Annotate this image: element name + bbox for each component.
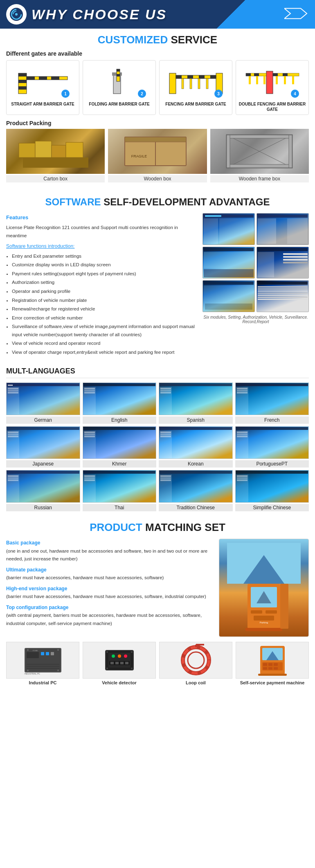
- hw-item-payment-machine: Self-service payment machine: [236, 642, 309, 685]
- func-8: Error correction of vehicle number: [12, 314, 198, 322]
- lang-item-japanese: Japanese: [6, 426, 80, 468]
- gate-label-1: STRAIGHT ARM BARRIER GATE: [8, 101, 77, 107]
- svg-rect-118: [268, 667, 272, 670]
- svg-point-103: [106, 668, 108, 669]
- svg-rect-4: [18, 73, 27, 76]
- packing-photo-frame: [210, 129, 309, 174]
- svg-rect-62: [227, 135, 230, 168]
- hw-img-industrial-pc: 6*USB INDUSTRIAL PC: [6, 642, 79, 679]
- lang-label-russian: Russian: [6, 504, 80, 511]
- func-1: Entry and Exit parameter settings: [12, 252, 198, 261]
- gate-label-4: DOUBLE FENCING ARM BARRIER GATE: [238, 101, 307, 112]
- packing-item-frame: Wooden frame box: [210, 129, 309, 182]
- svg-text:2: 2: [141, 92, 143, 96]
- gate-label-3: FENCING ARM BARRIER GATE: [161, 101, 230, 107]
- machine-container: Parking: [219, 539, 309, 637]
- software-title: SOFTWARE SELF-DEVELOPMENT ADVANTAGE: [6, 196, 309, 208]
- pkg-title-1: Basic package: [6, 539, 214, 547]
- svg-rect-77: [27, 652, 39, 658]
- header-title: WHY CHOOSE US: [32, 7, 167, 22]
- customized-section: CUSTOMIZED SERVICE Different gates are a…: [0, 29, 315, 191]
- svg-rect-48: [19, 143, 35, 157]
- func-6: Registration of vehicle number plate: [12, 297, 198, 305]
- func-5: Operator and parking profile: [12, 288, 198, 296]
- svg-rect-24: [187, 75, 193, 79]
- software-text: Features License Plate Recognition 121 c…: [6, 213, 198, 357]
- svg-point-83: [27, 670, 29, 671]
- pkg-desc-1: (one in and one out, hardware must be ac…: [6, 547, 214, 563]
- gate-item-3: 3 FENCING ARM BARRIER GATE: [159, 60, 232, 115]
- svg-point-101: [106, 651, 108, 653]
- svg-marker-2: [284, 9, 307, 19]
- hw-label-vehicle-detector: Vehicle detector: [83, 680, 156, 685]
- svg-text:FRAGILE: FRAGILE: [131, 154, 147, 158]
- svg-rect-60: [227, 135, 292, 138]
- features-text: License Plate Recognition 121 countries …: [6, 224, 198, 240]
- lang-item-thai: Thai: [83, 470, 157, 511]
- customized-rest: SERVICE: [171, 34, 217, 46]
- gates-subtitle: Different gates are available: [6, 50, 309, 57]
- lang-label-english: English: [83, 416, 157, 424]
- svg-rect-23: [176, 75, 182, 79]
- svg-rect-54: [125, 137, 186, 142]
- svg-rect-8: [27, 76, 35, 80]
- gate-img-4: 4: [238, 63, 307, 100]
- lang-photo-simp-chinese: [235, 470, 309, 503]
- lang-photo-korean: [159, 426, 233, 459]
- svg-point-104: [131, 668, 133, 669]
- lang-photo-khmer: [83, 426, 157, 459]
- svg-rect-5: [18, 80, 27, 83]
- hw-img-loop-coil: [159, 642, 232, 679]
- packing-photo-wooden: FRAGILE: [108, 129, 207, 174]
- lang-item-portuguese: PortuguesePT: [235, 426, 309, 468]
- gate-item-1: 1 STRAIGHT ARM BARRIER GATE: [6, 60, 79, 115]
- lang-item-french: French: [235, 382, 309, 424]
- product-colored: PRODUCT: [90, 521, 142, 533]
- screenshot-2b: [256, 247, 309, 279]
- svg-rect-41: [273, 73, 278, 76]
- lang-label-korean: Korean: [159, 460, 233, 468]
- lang-item-trad-chinese: Tradition Chinese: [159, 470, 233, 511]
- screenshot-3b: [256, 280, 309, 312]
- svg-rect-9: [39, 76, 47, 80]
- svg-point-106: [183, 647, 209, 673]
- screenshot-1b: [256, 213, 309, 245]
- svg-rect-69: [251, 610, 262, 614]
- svg-text:6*USB: 6*USB: [33, 650, 38, 652]
- svg-rect-79: [46, 652, 49, 655]
- header-title-text: WHY CHOOSE US: [32, 7, 167, 22]
- packing-label-carton: Carton box: [6, 175, 105, 182]
- svg-rect-36: [254, 73, 259, 76]
- svg-point-107: [188, 652, 204, 668]
- func-2: Customize display words in LED display s…: [12, 261, 198, 269]
- svg-rect-117: [263, 667, 267, 670]
- svg-rect-39: [263, 76, 266, 84]
- svg-rect-42: [283, 73, 288, 76]
- gate-img-3: 3: [161, 63, 230, 100]
- lang-label-khmer: Khmer: [83, 460, 157, 468]
- lang-label-french: French: [235, 416, 309, 424]
- svg-rect-26: [210, 75, 216, 79]
- lang-grid: ■■■■ German English: [6, 382, 309, 511]
- svg-rect-43: [276, 76, 278, 84]
- packing-label-wooden: Wooden box: [108, 175, 207, 182]
- lang-photo-trad-chinese: [159, 470, 233, 503]
- func-3: Payment rules setting(support eight type…: [12, 270, 198, 278]
- svg-rect-70: [266, 610, 277, 614]
- screenshot-caption: Six modules, Setting, Authorization, Veh…: [202, 315, 309, 324]
- svg-point-94: [118, 654, 121, 658]
- lang-photo-german: ■■■■: [6, 382, 80, 415]
- svg-rect-16: [117, 69, 120, 72]
- product-title: PRODUCT MATCHING SET: [6, 521, 309, 534]
- logo-icon: [6, 4, 27, 25]
- screenshot-row-2: [202, 247, 309, 279]
- svg-text:1: 1: [64, 92, 67, 96]
- svg-rect-114: [263, 663, 267, 666]
- svg-point-82: [57, 649, 59, 651]
- software-rest: SELF-DEVELOPMENT ADVANTAGE: [104, 196, 270, 207]
- lang-label-thai: Thai: [83, 504, 157, 511]
- lang-item-khmer: Khmer: [83, 426, 157, 468]
- pkg-title-4: Top configuration package: [6, 603, 214, 612]
- svg-rect-115: [268, 663, 272, 666]
- lang-item-spanish: Spanish: [159, 382, 233, 424]
